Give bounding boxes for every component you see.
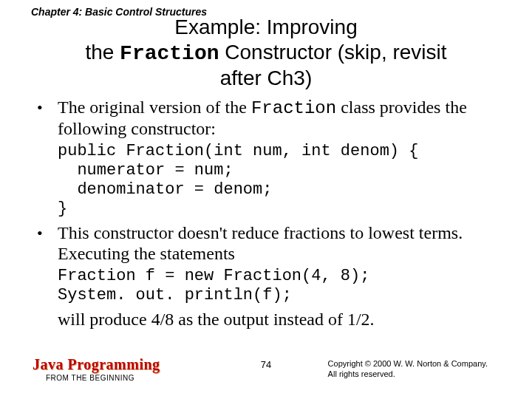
copyright-line2: All rights reserved. [328, 369, 395, 378]
title-line1: Example: Improving [174, 16, 357, 38]
title-line2-suffix: Constructor (skip, revisit [219, 41, 447, 64]
title-line3: after Ch3) [220, 66, 313, 89]
conclusion-text: will produce 4/8 as the output instead o… [58, 310, 502, 330]
bullet-2-before: This constructor doesn't reduce fraction… [58, 223, 463, 263]
footer-copyright: Copyright © 2000 W. W. Norton & Company.… [328, 359, 488, 380]
copyright-line1: Copyright © 2000 W. W. Norton & Company. [328, 359, 488, 368]
bullet-1: • The original version of the Fraction c… [37, 98, 502, 139]
code-block-1: public Fraction(int num, int denom) { nu… [58, 142, 502, 219]
bullet-2: • This constructor doesn't reduce fracti… [37, 223, 502, 264]
bullet-marker: • [37, 224, 58, 242]
code-block-2: Fraction f = new Fraction(4, 8); System.… [58, 267, 502, 305]
slide-body: • The original version of the Fraction c… [37, 96, 502, 330]
bullet-1-mono: Fraction [251, 98, 336, 118]
bullet-2-text: This constructor doesn't reduce fraction… [58, 223, 502, 264]
footer-subtitle: FROM THE BEGINNING [46, 374, 160, 382]
bullet-1-text: The original version of the Fraction cla… [58, 98, 502, 139]
title-line2-mono: Fraction [120, 42, 219, 65]
bullet-1-before: The original version of the [58, 98, 251, 117]
bullet-marker: • [37, 98, 58, 117]
title-line2-prefix: the [85, 41, 120, 64]
slide-title: Example: Improving the Fraction Construc… [0, 15, 532, 91]
slide-footer: Java Programming FROM THE BEGINNING 74 C… [0, 356, 532, 389]
